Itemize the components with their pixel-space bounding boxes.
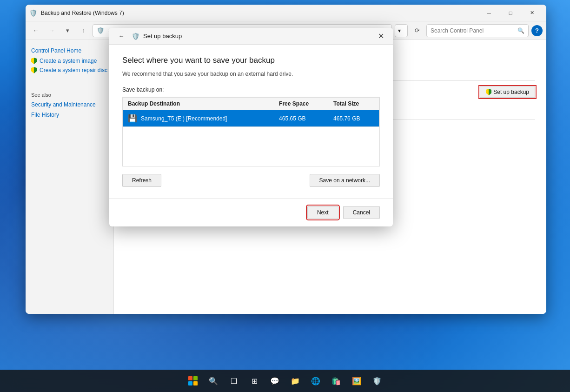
taskbar-explorer-button[interactable]: 📁 [286, 372, 305, 390]
win-logo-red [188, 376, 192, 380]
window-controls: ─ □ ✕ [478, 5, 543, 21]
store-icon: 🛍️ [331, 377, 341, 385]
search-icon: 🔍 [517, 27, 524, 34]
save-network-button[interactable]: Save on a network... [310, 174, 380, 187]
sidebar-item-repair-disc[interactable]: Create a system repair disc [31, 67, 108, 73]
save-on-label: Save backup on: [122, 86, 380, 93]
win-logo-green [193, 376, 198, 380]
win-logo-yellow [193, 381, 198, 385]
backup-table-area: Backup Destination Free Space Total Size… [122, 97, 380, 166]
path-icon: 🛡️ [97, 27, 104, 34]
modal-title-content: ← 🛡️ Set up backup [115, 30, 182, 43]
modal-body: Select where you want to save your backu… [109, 45, 393, 198]
taskbar: 🔍 ❑ ⊞ 💬 📁 🌐 🛍️ 🖼️ 🛡️ [0, 370, 570, 392]
forward-button[interactable]: → [45, 24, 58, 37]
modal-title-bar: ← 🛡️ Set up backup ✕ [109, 28, 393, 45]
taskview-icon: ❑ [231, 377, 237, 385]
modal-footer-buttons: Refresh Save on a network... [122, 174, 380, 187]
window-title: Backup and Restore (Windows 7) [41, 10, 478, 16]
next-button[interactable]: Next [307, 206, 338, 219]
close-button[interactable]: ✕ [521, 5, 543, 21]
cancel-button[interactable]: Cancel [343, 206, 380, 219]
sidebar-home-link[interactable]: Control Panel Home [31, 47, 108, 54]
setup-backup-modal: ← 🛡️ Set up backup ✕ Select where you wa… [109, 28, 393, 226]
minimize-button[interactable]: ─ [478, 5, 500, 21]
taskbar-backup-button[interactable]: 🛡️ [368, 372, 386, 390]
help-button[interactable]: ? [531, 25, 543, 36]
taskbar-taskview-button[interactable]: ❑ [225, 372, 243, 390]
modal-close-button[interactable]: ✕ [374, 30, 387, 43]
shield-icon-image [31, 58, 37, 64]
table-row[interactable]: 💾 Samsung_T5 (E:) [Recommended] 465.65 G… [123, 110, 379, 127]
backup-icon: 🛡️ [372, 377, 382, 385]
search-icon: 🔍 [209, 377, 218, 385]
search-input[interactable] [431, 27, 515, 34]
search-box[interactable]: 🔍 [426, 24, 529, 37]
taskbar-search-button[interactable]: 🔍 [204, 372, 223, 390]
col-total-size: Total Size [329, 98, 379, 110]
sidebar: Control Panel Home Create a system image… [26, 40, 114, 314]
sidebar-security-link[interactable]: Security and Maintenance [31, 101, 108, 108]
maximize-button[interactable]: □ [500, 5, 521, 21]
row-destination: 💾 Samsung_T5 (E:) [Recommended] [123, 110, 274, 126]
edge-icon: 🌐 [311, 377, 320, 385]
snap-icon: ⊞ [252, 377, 258, 385]
modal-section-title: Select where you want to save your backu… [122, 56, 380, 65]
sidebar-item-system-image[interactable]: Create a system image [31, 58, 108, 64]
taskbar-photos-button[interactable]: 🖼️ [347, 372, 366, 390]
setup-backup-shield-icon [486, 89, 491, 95]
modal-title-text: Set up backup [143, 33, 182, 40]
row-total-size: 465.76 GB [329, 110, 379, 127]
row-free-space: 465.65 GB [274, 110, 329, 127]
taskbar-snap-button[interactable]: ⊞ [245, 372, 264, 390]
windows-logo [188, 376, 198, 385]
address-refresh-button[interactable]: ⟳ [411, 24, 424, 37]
address-path-dropdown[interactable]: ▾ [395, 24, 408, 37]
see-also-section: See also Security and Maintenance File H… [31, 92, 108, 118]
win-logo-blue [188, 381, 192, 385]
taskbar-teams-button[interactable]: 💬 [265, 372, 284, 390]
shield-icon-repair [31, 67, 37, 73]
drive-icon: 💾 [128, 114, 137, 123]
up-button[interactable]: ↑ [77, 24, 90, 37]
back-button[interactable]: ← [29, 24, 42, 37]
sidebar-system-image-link[interactable]: Create a system image [40, 58, 97, 64]
backup-table: Backup Destination Free Space Total Size… [123, 97, 379, 127]
dropdown-button[interactable]: ▾ [61, 24, 74, 37]
photos-icon: 🖼️ [352, 377, 361, 385]
title-bar: 🛡️ Backup and Restore (Windows 7) ─ □ ✕ [26, 5, 546, 21]
see-also-title: See also [31, 92, 108, 98]
teams-icon: 💬 [270, 377, 279, 385]
modal-back-button[interactable]: ← [115, 30, 128, 43]
taskbar-store-button[interactable]: 🛍️ [327, 372, 345, 390]
modal-icon: 🛡️ [132, 33, 139, 40]
col-free-space: Free Space [274, 98, 329, 110]
taskbar-edge-button[interactable]: 🌐 [306, 372, 325, 390]
explorer-icon: 📁 [291, 377, 300, 385]
window-icon: 🛡️ [29, 9, 37, 17]
setup-backup-button[interactable]: Set up backup [480, 86, 535, 98]
taskbar-start-button[interactable] [184, 372, 202, 390]
modal-bottom-row: Next Cancel [109, 198, 393, 226]
sidebar-repair-disc-link[interactable]: Create a system repair disc [40, 67, 107, 73]
sidebar-file-history-link[interactable]: File History [31, 112, 108, 118]
modal-description: We recommend that you save your backup o… [122, 71, 380, 77]
col-destination: Backup Destination [123, 98, 275, 110]
refresh-button[interactable]: Refresh [122, 174, 161, 187]
